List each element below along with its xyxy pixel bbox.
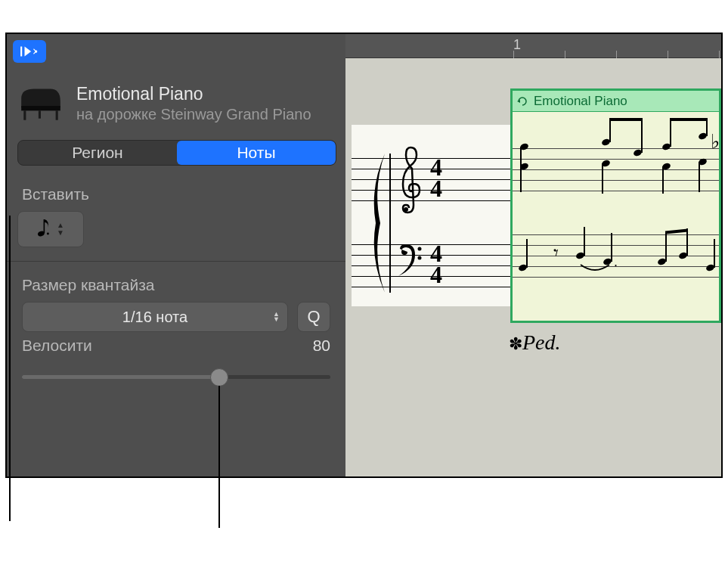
- velocity-label: Велосити: [22, 337, 92, 355]
- quantize-value: 1/16 нота: [122, 309, 187, 326]
- tab-region[interactable]: Регион: [18, 141, 177, 165]
- velocity-slider[interactable]: [22, 365, 330, 388]
- quantize-label: Размер квантайза: [22, 276, 330, 294]
- treble-clef-icon: [395, 144, 426, 221]
- region-name: Emotional Piano: [534, 94, 627, 109]
- stepper-icon: ▲▼: [57, 222, 64, 236]
- region-header[interactable]: Emotional Piano: [513, 91, 719, 112]
- velocity-value: 80: [313, 337, 330, 355]
- bass-clef-icon: [395, 243, 424, 283]
- staff-header-block: 4 4 4 4: [352, 125, 510, 306]
- inspector-panel: Emotional Piano на дорожке Steinway Gran…: [7, 34, 345, 476]
- callout-line: [218, 386, 220, 528]
- insert-label: Вставить: [22, 185, 89, 203]
- svg-point-12: [404, 207, 408, 212]
- svg-rect-7: [56, 110, 58, 119]
- inspector-tabs: Регион Ноты: [17, 140, 336, 166]
- svg-rect-8: [39, 110, 41, 118]
- quantize-apply-button[interactable]: Q: [297, 302, 330, 332]
- eighth-note-icon: [37, 216, 51, 243]
- loop-icon: [517, 96, 528, 107]
- divider: [7, 261, 345, 262]
- score-area: 1: [345, 34, 721, 476]
- svg-rect-5: [21, 106, 60, 110]
- track-icon: [17, 84, 64, 122]
- quantize-value-popup[interactable]: 1/16 нота ▲▼: [22, 302, 288, 332]
- bar-ruler[interactable]: 1: [345, 34, 721, 58]
- svg-rect-6: [23, 110, 26, 119]
- slider-fill: [22, 375, 213, 379]
- grand-staff-brace: [370, 154, 389, 293]
- timesig-treble: 4 4: [430, 157, 442, 199]
- insert-note-value-popup[interactable]: ▲▼: [17, 211, 84, 247]
- midi-region[interactable]: Emotional Piano: [510, 88, 721, 323]
- track-subtitle: на дорожке Steinway Grand Piano: [76, 106, 311, 123]
- region-title: Emotional Piano: [76, 84, 311, 104]
- svg-point-13: [418, 247, 422, 251]
- timesig-bass: 4 4: [430, 243, 442, 285]
- svg-point-11: [47, 232, 49, 234]
- pedal-marking: ✽Ped.: [509, 330, 561, 355]
- tab-notes[interactable]: Ноты: [177, 141, 336, 165]
- editor-window: Emotional Piano на дорожке Steinway Gran…: [5, 33, 723, 478]
- svg-point-14: [418, 256, 422, 260]
- catch-playhead-button[interactable]: [13, 40, 46, 63]
- svg-marker-1: [25, 47, 32, 57]
- score-background: 4 4 4 4 Emotional Piano: [345, 58, 721, 476]
- slider-thumb[interactable]: [210, 368, 228, 386]
- callout-line: [9, 216, 11, 521]
- bar-number-1: 1: [513, 37, 521, 53]
- chevron-updown-icon: ▲▼: [273, 312, 280, 322]
